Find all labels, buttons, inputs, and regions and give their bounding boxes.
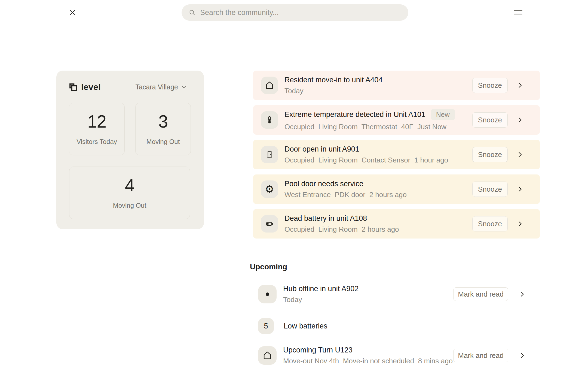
close-button[interactable] xyxy=(68,8,77,17)
door-icon xyxy=(265,150,274,159)
snooze-button[interactable]: Snooze xyxy=(472,216,508,231)
chevron-right-icon[interactable] xyxy=(516,82,523,89)
upcoming-title: Upcoming Turn U123 xyxy=(283,346,353,354)
chevron-right-icon[interactable] xyxy=(516,151,523,158)
alert-title: Dead battery in unit A108 xyxy=(284,214,367,223)
thermometer-icon xyxy=(265,115,274,125)
alert-title: Resident move-in to unit A404 xyxy=(284,76,382,84)
upcoming-heading: Upcoming xyxy=(250,263,540,271)
community-selector[interactable]: Tacara Village xyxy=(135,83,186,91)
alert-meta: Occupied Living Room Thermostat 40F Just… xyxy=(284,123,472,131)
chevron-down-icon xyxy=(182,86,186,89)
brand-name: level xyxy=(81,82,101,92)
upcoming-meta: Move-out Nov 4th Move-in not scheduled 8… xyxy=(283,357,453,365)
new-badge: New xyxy=(431,109,455,120)
alert-meta: Occupied Living Room Contact Sensor 1 ho… xyxy=(284,156,472,164)
alert-text: Pool door needs service West Entrance PD… xyxy=(284,179,472,199)
level-logo-icon xyxy=(69,83,78,92)
alert-title: Extreme temperature detected in Unit A10… xyxy=(284,110,425,119)
alerts-list: Resident move-in to unit A404 Today Snoo… xyxy=(253,71,540,239)
upcoming-row-turn[interactable]: Upcoming Turn U123 Move-out Nov 4th Move… xyxy=(250,344,540,367)
count-badge: 5 xyxy=(258,318,274,334)
icon-chip xyxy=(261,146,278,163)
icon-chip xyxy=(261,215,278,233)
alert-text: Extreme temperature detected in Unit A10… xyxy=(284,109,472,131)
snooze-button[interactable]: Snooze xyxy=(472,78,508,93)
hub-icon xyxy=(266,292,269,296)
upcoming-row-hub-offline[interactable]: Hub offline in unit A902 Today Mark and … xyxy=(250,284,540,304)
brand: level xyxy=(69,82,101,92)
menu-button[interactable] xyxy=(512,7,524,17)
alert-meta: Today xyxy=(284,87,472,95)
alert-title: Pool door needs service xyxy=(284,179,363,188)
card-header: level Tacara Village xyxy=(56,71,204,92)
community-summary-card: level Tacara Village 12 Visitors Today 3… xyxy=(56,71,204,229)
snooze-button[interactable]: Snooze xyxy=(472,147,508,162)
stat-visitors-today[interactable]: 12 Visitors Today xyxy=(69,103,125,155)
upcoming-meta: Today xyxy=(283,295,453,304)
stat-moving-out-wide[interactable]: 4 Moving Out xyxy=(69,167,190,219)
alert-row-pool-door-service[interactable]: ⚙ Pool door needs service West Entrance … xyxy=(253,174,540,204)
chevron-right-icon[interactable] xyxy=(516,220,523,227)
alert-row-door-open[interactable]: Door open in unit A901 Occupied Living R… xyxy=(253,140,540,169)
snooze-button[interactable]: Snooze xyxy=(472,182,508,197)
stat-moving-out-small[interactable]: 3 Moving Out xyxy=(135,103,191,155)
search-bar[interactable] xyxy=(182,4,408,21)
stat-label: Visitors Today xyxy=(76,138,117,146)
alert-text: Dead battery in unit A108 Occupied Livin… xyxy=(284,214,472,234)
gear-icon: ⚙ xyxy=(265,184,274,194)
icon-chip xyxy=(258,285,277,303)
chevron-right-icon[interactable] xyxy=(516,116,523,123)
icon-chip xyxy=(261,111,278,129)
upcoming-title: Low batteries xyxy=(284,322,327,330)
mark-and-read-button[interactable]: Mark and read xyxy=(453,287,508,301)
search-icon xyxy=(189,9,200,16)
alert-meta: West Entrance PDK door 2 hours ago xyxy=(284,191,472,199)
stat-value: 3 xyxy=(158,113,168,130)
alert-text: Resident move-in to unit A404 Today xyxy=(284,76,472,95)
upcoming-title: Hub offline in unit A902 xyxy=(283,284,359,293)
alert-title: Door open in unit A901 xyxy=(284,145,359,153)
upcoming-section: Upcoming Hub offline in unit A902 Today … xyxy=(250,263,540,367)
icon-chip xyxy=(258,346,277,365)
hamburger-icon xyxy=(514,10,522,14)
stat-label: Moving Out xyxy=(113,202,146,209)
alert-row-dead-battery[interactable]: Dead battery in unit A108 Occupied Livin… xyxy=(253,209,540,239)
chevron-right-icon[interactable] xyxy=(519,291,526,298)
stat-label: Moving Out xyxy=(146,138,180,146)
battery-icon xyxy=(265,219,274,228)
close-icon xyxy=(68,8,76,17)
house-icon xyxy=(265,81,274,90)
icon-chip xyxy=(261,77,278,94)
upcoming-text: Hub offline in unit A902 Today xyxy=(283,284,453,304)
alert-text: Door open in unit A901 Occupied Living R… xyxy=(284,145,472,164)
community-name: Tacara Village xyxy=(135,83,178,91)
stat-value: 12 xyxy=(87,113,106,130)
snooze-button[interactable]: Snooze xyxy=(472,112,508,128)
stat-value: 4 xyxy=(125,177,134,194)
mark-and-read-button[interactable]: Mark and read xyxy=(453,349,508,362)
alert-row-resident-move-in[interactable]: Resident move-in to unit A404 Today Snoo… xyxy=(253,71,540,100)
search-input[interactable] xyxy=(200,8,401,17)
upcoming-row-low-batteries[interactable]: 5 Low batteries xyxy=(250,318,540,334)
chevron-right-icon[interactable] xyxy=(519,352,526,359)
house-icon xyxy=(262,351,272,360)
alert-row-extreme-temperature[interactable]: Extreme temperature detected in Unit A10… xyxy=(253,105,540,135)
alert-meta: Occupied Living Room 2 hours ago xyxy=(284,225,472,234)
chevron-right-icon[interactable] xyxy=(516,186,523,193)
icon-chip: ⚙ xyxy=(261,180,278,198)
upcoming-text: Upcoming Turn U123 Move-out Nov 4th Move… xyxy=(283,346,453,365)
